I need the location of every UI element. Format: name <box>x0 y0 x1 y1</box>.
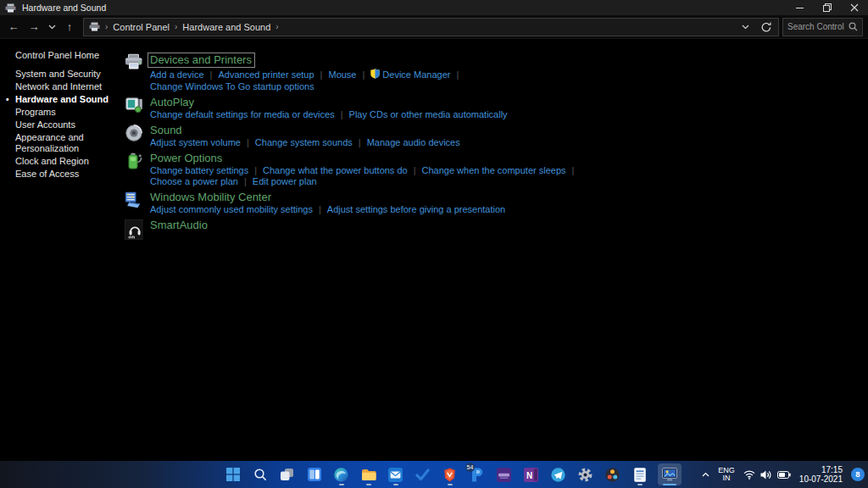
edge-browser[interactable] <box>332 463 350 485</box>
task-link-label: Mouse <box>328 69 356 80</box>
task-link-label: Change system sounds <box>255 137 353 147</box>
section-title[interactable]: AutoPlay <box>150 96 194 108</box>
link-row: Change Windows To Go startup options <box>150 81 465 92</box>
battery-monitor-app[interactable]: 54 <box>468 463 486 485</box>
music-app[interactable] <box>495 463 513 485</box>
breadcrumb-chevron-icon: › <box>175 22 177 31</box>
task-link-adjust-commonly-used-mobility-settings[interactable]: Adjust commonly used mobility settings <box>150 204 313 214</box>
tray-time: 17:15 <box>799 465 843 474</box>
widgets-button-icon <box>308 468 321 481</box>
task-link-adjust-system-volume[interactable]: Adjust system volume <box>150 137 241 147</box>
section-title[interactable]: Devices and Printers <box>147 53 255 68</box>
task-link-label: Change default settings for media or dev… <box>150 109 335 119</box>
breadcrumb-hardware-and-sound[interactable]: Hardware and Sound <box>182 22 270 32</box>
mail-app[interactable] <box>387 463 404 485</box>
davinci-resolve-app[interactable] <box>604 463 621 485</box>
task-link-change-windows-to-go-startup-options[interactable]: Change Windows To Go startup options <box>150 81 314 92</box>
address-dropdown-chevron-icon[interactable] <box>742 25 749 30</box>
task-link-label: Device Manager <box>382 69 450 80</box>
search-button[interactable] <box>251 463 269 485</box>
link-separator: | <box>414 165 416 175</box>
task-link-add-a-device[interactable]: Add a device <box>150 69 204 80</box>
task-link-label: Choose a power plan <box>150 176 238 186</box>
autoplay-icon <box>125 97 143 115</box>
battery-tray-icon[interactable] <box>777 471 791 479</box>
settings-app[interactable] <box>576 463 594 485</box>
notification-count-badge[interactable]: 8 <box>851 468 865 481</box>
document-app[interactable] <box>631 463 648 485</box>
running-indicator <box>366 484 371 486</box>
section-body: SmartAudio <box>150 219 208 238</box>
task-link-change-default-settings-for-media-or-devices[interactable]: Change default settings for media or dev… <box>150 109 335 119</box>
breadcrumb-control-panel[interactable]: Control Panel <box>113 22 170 32</box>
task-link-device-manager[interactable]: Device Manager <box>370 69 450 80</box>
link-separator: | <box>254 165 257 175</box>
task-link-advanced-printer-setup[interactable]: Advanced printer setup <box>218 69 314 80</box>
search-button-icon <box>253 468 267 481</box>
minimize-button[interactable] <box>787 0 814 15</box>
sidebar-item-control-panel-home[interactable]: Control Panel Home <box>0 50 125 61</box>
task-link-change-system-sounds[interactable]: Change system sounds <box>255 137 353 147</box>
back-button[interactable]: ← <box>3 17 24 37</box>
widgets-button[interactable] <box>305 463 323 485</box>
running-indicator <box>663 484 676 486</box>
sidebar-item-network-and-internet[interactable]: Network and Internet <box>0 81 125 92</box>
sidebar-item-hardware-and-sound[interactable]: •Hardware and Sound <box>0 94 125 105</box>
sidebar-item-programs[interactable]: Programs <box>0 107 125 118</box>
history-chevron-down-icon[interactable] <box>44 25 59 30</box>
clock[interactable]: 17:15 10-07-2021 <box>799 465 843 484</box>
link-row: Adjust commonly used mobility settings|A… <box>150 204 505 214</box>
task-link-label: Play CDs or other media automatically <box>349 109 508 119</box>
refresh-icon[interactable] <box>761 22 771 32</box>
task-link-edit-power-plan[interactable]: Edit power plan <box>253 176 317 186</box>
task-link-change-what-the-power-buttons-do[interactable]: Change what the power buttons do <box>263 165 408 175</box>
up-button[interactable]: ↑ <box>59 17 80 37</box>
sidebar-item-clock-and-region[interactable]: Clock and Region <box>0 156 125 167</box>
task-link-change-battery-settings[interactable]: Change battery settings <box>150 165 248 175</box>
tray-status-icons[interactable] <box>743 470 791 480</box>
brave-browser[interactable] <box>441 463 459 485</box>
task-link-label: Advanced printer setup <box>218 69 314 80</box>
start-button[interactable] <box>224 463 242 485</box>
search-box[interactable] <box>782 18 863 36</box>
section-title[interactable]: SmartAudio <box>150 219 208 231</box>
volume-icon[interactable] <box>760 470 772 480</box>
task-link-label: Add a device <box>150 69 204 80</box>
section-body: SoundAdjust system volume|Change system … <box>150 124 460 147</box>
task-link-play-cds-or-other-media-automatically[interactable]: Play CDs or other media automatically <box>349 109 508 119</box>
smartaudio-icon <box>125 219 143 238</box>
section-title[interactable]: Windows Mobility Center <box>150 191 271 203</box>
link-separator: | <box>572 165 575 175</box>
link-row: Add a device|Advanced printer setup|Mous… <box>150 69 465 80</box>
sidebar-item-user-accounts[interactable]: User Accounts <box>0 119 125 130</box>
task-link-choose-a-power-plan[interactable]: Choose a power plan <box>150 176 238 186</box>
onenote-app[interactable]: N <box>522 463 540 485</box>
task-view-button[interactable] <box>278 463 296 485</box>
section-title[interactable]: Sound <box>150 124 182 136</box>
sidebar-item-ease-of-access[interactable]: Ease of Access <box>0 169 125 180</box>
sidebar-item-system-and-security[interactable]: System and Security <box>0 69 125 80</box>
control-panel-window[interactable] <box>658 463 682 485</box>
link-separator: | <box>247 137 249 147</box>
task-link-adjust-settings-before-giving-a-presentation[interactable]: Adjust settings before giving a presenta… <box>327 204 505 214</box>
mail-app-icon <box>388 468 403 482</box>
search-input[interactable] <box>787 22 845 31</box>
sidebar-item-appearance-and-personalization[interactable]: Appearance and Personalization <box>0 132 125 154</box>
file-explorer[interactable] <box>359 463 377 485</box>
window-controls <box>787 0 868 15</box>
hidden-icons-chevron-up-icon[interactable] <box>702 472 709 477</box>
task-link-manage-audio-devices[interactable]: Manage audio devices <box>367 137 460 147</box>
forward-button[interactable]: → <box>24 17 44 37</box>
restore-button[interactable] <box>814 0 841 15</box>
close-button[interactable] <box>841 0 868 15</box>
todo-app[interactable] <box>414 463 431 485</box>
section-body: Windows Mobility CenterAdjust commonly u… <box>150 191 505 214</box>
wifi-icon[interactable] <box>743 470 755 480</box>
telegram-app[interactable] <box>549 463 567 485</box>
task-link-change-when-the-computer-sleeps[interactable]: Change when the computer sleeps <box>422 165 566 175</box>
onenote-app-icon: N <box>524 468 538 482</box>
address-bar[interactable]: › Control Panel › Hardware and Sound › <box>83 18 779 36</box>
task-link-mouse[interactable]: Mouse <box>328 69 356 80</box>
section-title[interactable]: Power Options <box>150 152 222 164</box>
language-indicator[interactable]: ENG IN <box>718 467 735 482</box>
